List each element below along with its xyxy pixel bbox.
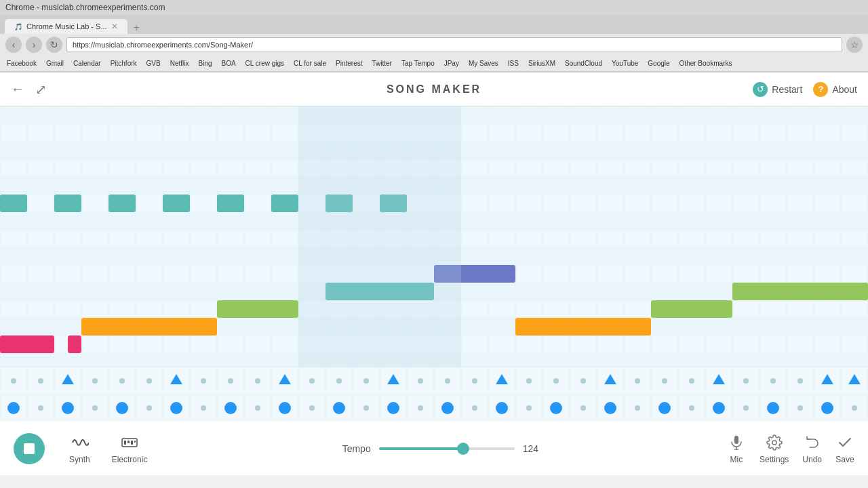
undo-label: Undo — [802, 455, 822, 464]
note-block-12[interactable] — [732, 283, 868, 300]
note-block-1[interactable] — [54, 195, 81, 212]
note-block-16[interactable] — [68, 336, 81, 353]
tempo-value: 124 — [523, 443, 543, 454]
note-block-15[interactable] — [0, 336, 54, 353]
note-block-4[interactable] — [217, 195, 244, 212]
settings-label: Settings — [760, 455, 789, 464]
browser-chrome: Chrome - musiclab.chromeexperiments.com … — [0, 0, 868, 73]
mic-button[interactable]: Mic — [727, 433, 746, 464]
note-block-6[interactable] — [326, 195, 353, 212]
browser-tab[interactable]: 🎵 Chrome Music Lab - S... ✕ — [4, 18, 128, 34]
save-icon — [835, 433, 854, 452]
address-bar[interactable]: https://musiclab.chromeexperiments.com/S… — [66, 37, 842, 52]
note-block-5[interactable] — [271, 195, 298, 212]
note-block-14[interactable] — [515, 318, 651, 336]
stop-button[interactable] — [14, 433, 45, 464]
mic-label: Mic — [730, 455, 743, 464]
settings-button[interactable]: Settings — [760, 433, 789, 464]
notes-layer[interactable] — [0, 106, 868, 367]
svg-rect-5 — [734, 436, 738, 444]
restart-label: Restart — [772, 84, 802, 95]
bookmark-other-bookmarks[interactable]: Other Bookmarks — [675, 58, 736, 68]
browser-title: Chrome - musiclab.chromeexperiments.com — [5, 3, 165, 12]
bookmark-google[interactable]: Google — [644, 58, 673, 68]
bookmark-iss[interactable]: ISS — [504, 58, 523, 68]
bookmark-btn[interactable]: ☆ — [846, 37, 863, 53]
note-block-3[interactable] — [163, 195, 190, 212]
reload-btn[interactable]: ↻ — [46, 37, 62, 53]
note-block-11[interactable] — [651, 300, 732, 318]
bookmark-my-saves[interactable]: My Saves — [465, 58, 502, 68]
expand-btn[interactable]: ⤢ — [35, 81, 47, 98]
note-block-10[interactable] — [217, 300, 298, 318]
restart-button[interactable]: ↺ Restart — [753, 82, 802, 97]
bookmark-cl-for-sale[interactable]: CL for sale — [290, 58, 330, 68]
note-block-9[interactable] — [326, 283, 434, 300]
bookmark-jpay[interactable]: JPay — [440, 58, 463, 68]
about-button[interactable]: ? About — [813, 82, 857, 97]
bookmark-siriusxm[interactable]: SiriusXM — [524, 58, 559, 68]
stop-icon — [24, 443, 35, 454]
title-bar: Chrome - musiclab.chromeexperiments.com — [0, 0, 868, 15]
electronic-label: Electronic — [112, 455, 148, 464]
expand-icon: ⤢ — [35, 81, 47, 98]
tempo-fill — [379, 447, 463, 450]
back-to-experiments-btn[interactable]: ← — [11, 81, 24, 97]
save-button[interactable]: Save — [835, 433, 854, 464]
settings-icon — [765, 433, 784, 452]
svg-rect-2 — [127, 441, 130, 443]
about-icon: ? — [813, 82, 828, 97]
new-tab-btn[interactable]: + — [134, 22, 140, 34]
perc-canvas[interactable] — [0, 367, 868, 422]
synth-icon — [70, 433, 89, 452]
electronic-icon — [120, 433, 139, 452]
bookmark-youtube[interactable]: YouTube — [608, 58, 642, 68]
bookmarks-bar: FacebookGmailCalendarPitchforkGVBNetflix… — [0, 56, 868, 72]
bookmark-facebook[interactable]: Facebook — [3, 58, 41, 68]
forward-btn[interactable]: › — [26, 37, 42, 53]
note-block-7[interactable] — [380, 195, 407, 212]
grid-area[interactable] — [0, 106, 868, 367]
note-block-8[interactable] — [434, 265, 515, 283]
bookmark-pinterest[interactable]: Pinterest — [332, 58, 366, 68]
bookmark-gvb[interactable]: GVB — [142, 58, 165, 68]
bookmark-gmail[interactable]: Gmail — [42, 58, 68, 68]
tempo-thumb[interactable] — [457, 443, 469, 455]
bookmark-bing[interactable]: Bing — [194, 58, 216, 68]
nav-bar: ‹ › ↻ https://musiclab.chromeexperiments… — [0, 34, 868, 56]
svg-point-8 — [772, 441, 776, 445]
back-btn[interactable]: ‹ — [5, 37, 22, 53]
header-left: ← ⤢ — [11, 81, 47, 98]
svg-rect-3 — [131, 441, 133, 445]
app-container: ← ⤢ SONG MAKER ↺ Restart ? About — [0, 73, 868, 475]
app-header: ← ⤢ SONG MAKER ↺ Restart ? About — [0, 73, 868, 106]
note-block-13[interactable] — [81, 318, 217, 336]
url-text: https://musiclab.chromeexperiments.com/S… — [73, 41, 253, 49]
save-label: Save — [835, 455, 854, 464]
bookmark-twitter[interactable]: Twitter — [368, 58, 396, 68]
tempo-slider[interactable] — [379, 447, 515, 450]
about-label: About — [832, 84, 857, 95]
electronic-button[interactable]: Electronic — [101, 433, 159, 464]
undo-icon — [803, 433, 822, 452]
bookmark-calendar[interactable]: Calendar — [69, 58, 105, 68]
back-arrow-icon: ← — [11, 81, 24, 97]
note-block-0[interactable] — [0, 195, 27, 212]
bookmark-netflix[interactable]: Netflix — [166, 58, 193, 68]
bookmark-soundcloud[interactable]: SoundCloud — [561, 58, 606, 68]
note-block-2[interactable] — [108, 195, 136, 212]
synth-label: Synth — [69, 455, 90, 464]
synth-button[interactable]: Synth — [58, 433, 101, 464]
tempo-label: Tempo — [342, 443, 371, 454]
toolbar-right: Mic Settings — [727, 433, 854, 464]
percussion-area[interactable] — [0, 367, 868, 421]
header-right: ↺ Restart ? About — [753, 82, 857, 97]
bookmark-tap-tempo[interactable]: Tap Tempo — [397, 58, 439, 68]
tab-bar: 🎵 Chrome Music Lab - S... ✕ + — [0, 15, 868, 34]
bookmark-pitchfork[interactable]: Pitchfork — [106, 58, 141, 68]
bookmark-cl-crew-gigs[interactable]: CL crew gigs — [241, 58, 288, 68]
undo-button[interactable]: Undo — [802, 433, 822, 464]
bookmark-boa[interactable]: BOA — [217, 58, 239, 68]
bottom-toolbar: Synth Electronic Tempo 124 — [0, 421, 868, 475]
tempo-section: Tempo 124 — [158, 443, 727, 454]
